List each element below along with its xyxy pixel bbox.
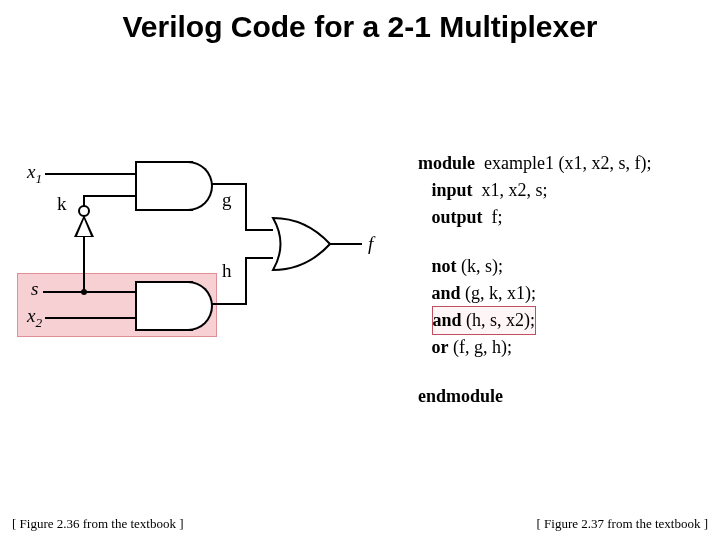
label-h: h <box>222 260 232 282</box>
label-s: s <box>31 278 38 300</box>
circuit-diagram: x1 s x2 k g h f <box>25 165 395 345</box>
caption-left: [ Figure 2.36 from the textbook ] <box>12 516 184 532</box>
or-gate <box>268 215 340 273</box>
code-line-module: module example1 (x1, x2, s, f); <box>415 150 705 177</box>
code-line-not: not (k, s); <box>415 253 705 280</box>
label-k: k <box>57 193 67 215</box>
verilog-code: module example1 (x1, x2, s, f); input x1… <box>415 150 705 410</box>
code-line-or: or (f, g, h); <box>415 334 705 361</box>
code-line-and-g: and (g, k, x1); <box>415 280 705 307</box>
code-line-input: input x1, x2, s; <box>415 177 705 204</box>
label-x2: x2 <box>27 305 42 331</box>
not-gate <box>74 215 94 237</box>
code-line-and-h: and (h, s, x2); <box>415 307 705 334</box>
code-line-endmodule: endmodule <box>415 383 705 410</box>
label-x1: x1 <box>27 161 42 187</box>
slide-title: Verilog Code for a 2-1 Multiplexer <box>0 10 720 44</box>
caption-right: [ Figure 2.37 from the textbook ] <box>537 516 709 532</box>
code-line-output: output f; <box>415 204 705 231</box>
label-f: f <box>368 233 373 255</box>
label-g: g <box>222 189 232 211</box>
